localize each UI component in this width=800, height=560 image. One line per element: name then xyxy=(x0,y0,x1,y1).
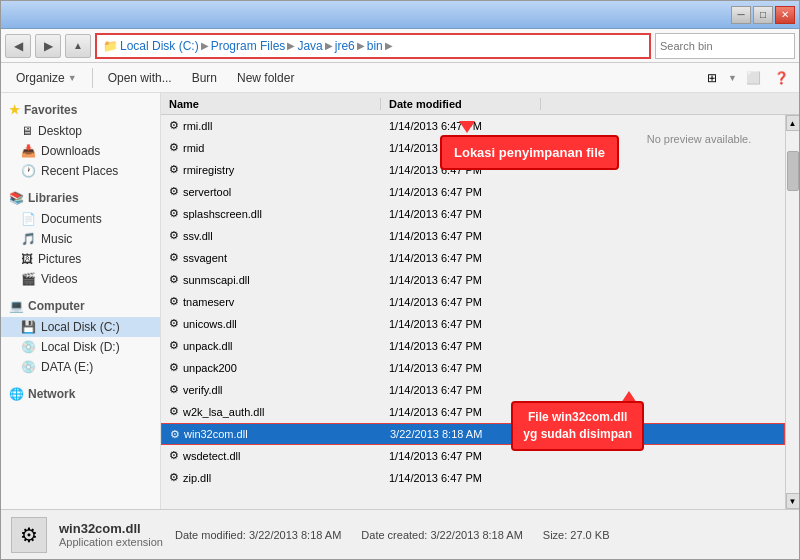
minimize-button[interactable]: ─ xyxy=(731,6,751,24)
burn-button[interactable]: Burn xyxy=(183,66,226,90)
table-row[interactable]: ⚙sunmscapi.dll1/14/2013 6:47 PM xyxy=(161,269,785,291)
pictures-icon: 🖼 xyxy=(21,252,33,266)
file-icon: ⚙ xyxy=(169,185,179,198)
breadcrumb-java[interactable]: Java xyxy=(297,39,322,53)
scrollbar-thumb[interactable] xyxy=(787,151,799,191)
table-row[interactable]: ⚙tnameserv1/14/2013 6:47 PM xyxy=(161,291,785,313)
table-row[interactable]: ⚙ssvagent1/14/2013 6:47 PM xyxy=(161,247,785,269)
sidebar-item-documents[interactable]: 📄 Documents xyxy=(1,209,160,229)
file-icon: ⚙ xyxy=(169,163,179,176)
file-name-text: rmiregistry xyxy=(183,164,234,176)
forward-button[interactable]: ▶ xyxy=(35,34,61,58)
file-name-text: unpack.dll xyxy=(183,340,233,352)
file-annotation: File win32com.dllyg sudah disimpan xyxy=(511,401,644,451)
organize-chevron: ▼ xyxy=(68,73,77,83)
new-folder-button[interactable]: New folder xyxy=(228,66,303,90)
view-options-button[interactable]: ⊞ xyxy=(700,67,724,89)
table-row[interactable]: ⚙unpack.dll1/14/2013 6:47 PM xyxy=(161,335,785,357)
file-name-cell: ⚙sunmscapi.dll xyxy=(161,273,381,286)
maximize-button[interactable]: □ xyxy=(753,6,773,24)
sidebar-item-recent[interactable]: 🕐 Recent Places xyxy=(1,161,160,181)
sidebar-item-videos[interactable]: 🎬 Videos xyxy=(1,269,160,289)
table-row[interactable]: ⚙ssv.dll1/14/2013 6:47 PM xyxy=(161,225,785,247)
status-filename: win32com.dll xyxy=(59,521,163,536)
breadcrumb-c[interactable]: Local Disk (C:) xyxy=(120,39,199,53)
file-name-text: splashscreen.dll xyxy=(183,208,262,220)
breadcrumb-jre6[interactable]: jre6 xyxy=(335,39,355,53)
breadcrumb-sep-4: ▶ xyxy=(357,40,365,51)
data-e-label: DATA (E:) xyxy=(41,360,93,374)
sidebar-item-downloads[interactable]: 📥 Downloads xyxy=(1,141,160,161)
music-label: Music xyxy=(41,232,72,246)
breadcrumb-sep-1: ▶ xyxy=(201,40,209,51)
col-date-header[interactable]: Date modified xyxy=(381,98,541,110)
table-row[interactable]: ⚙splashscreen.dll1/14/2013 6:47 PM xyxy=(161,203,785,225)
videos-label: Videos xyxy=(41,272,77,286)
table-row[interactable]: ⚙unpack2001/14/2013 6:47 PM xyxy=(161,357,785,379)
file-icon: ⚙ xyxy=(169,383,179,396)
file-icon: ⚙ xyxy=(169,339,179,352)
file-icon: ⚙ xyxy=(169,207,179,220)
status-icon-glyph: ⚙ xyxy=(20,523,38,547)
file-name-cell: ⚙splashscreen.dll xyxy=(161,207,381,220)
computer-section[interactable]: 💻 Computer xyxy=(1,295,160,317)
libraries-section[interactable]: 📚 Libraries xyxy=(1,187,160,209)
status-bar: ⚙ win32com.dll Application extension Dat… xyxy=(1,509,799,559)
file-name-cell: ⚙verify.dll xyxy=(161,383,381,396)
file-list: ⚙rmi.dll1/14/2013 6:47 PM⚙rmid1/14/2013 … xyxy=(161,115,785,509)
file-icon: ⚙ xyxy=(169,251,179,264)
sidebar-item-local-disk-d[interactable]: 💿 Local Disk (D:) xyxy=(1,337,160,357)
open-with-button[interactable]: Open with... xyxy=(99,66,181,90)
libraries-label: Libraries xyxy=(28,191,79,205)
vertical-scrollbar[interactable]: ▲ ▼ xyxy=(785,115,799,509)
sidebar-item-local-disk-c[interactable]: 💾 Local Disk (C:) xyxy=(1,317,160,337)
favorites-section[interactable]: ★ Favorites xyxy=(1,99,160,121)
sidebar-item-music[interactable]: 🎵 Music xyxy=(1,229,160,249)
sidebar-item-desktop[interactable]: 🖥 Desktop xyxy=(1,121,160,141)
date-modified-value: 3/22/2013 8:18 AM xyxy=(249,529,341,541)
status-file-icon: ⚙ xyxy=(11,517,47,553)
sidebar-item-pictures[interactable]: 🖼 Pictures xyxy=(1,249,160,269)
network-section[interactable]: 🌐 Network xyxy=(1,383,160,405)
address-breadcrumb[interactable]: 📁 Local Disk (C:) ▶ Program Files ▶ Java… xyxy=(95,33,651,59)
file-name-cell: ⚙wsdetect.dll xyxy=(161,449,381,462)
file-date-cell: 1/14/2013 6:47 PM xyxy=(381,362,541,374)
search-box[interactable]: 🔍 xyxy=(655,33,795,59)
breadcrumb-programfiles[interactable]: Program Files xyxy=(211,39,286,53)
sidebar-item-data-e[interactable]: 💿 DATA (E:) xyxy=(1,357,160,377)
organize-button[interactable]: Organize ▼ xyxy=(7,66,86,90)
file-date-cell: 1/14/2013 6:47 PM xyxy=(381,274,541,286)
search-input[interactable] xyxy=(660,40,798,52)
up-button[interactable]: ▲ xyxy=(65,34,91,58)
close-button[interactable]: ✕ xyxy=(775,6,795,24)
no-preview-text: No preview available. xyxy=(619,133,779,145)
status-info: win32com.dll Application extension xyxy=(59,521,163,548)
downloads-label: Downloads xyxy=(41,144,100,158)
status-details: Date modified: 3/22/2013 8:18 AM Date cr… xyxy=(175,529,610,541)
table-row[interactable]: ⚙servertool1/14/2013 6:47 PM xyxy=(161,181,785,203)
table-row[interactable]: ⚙wsdetect.dll1/14/2013 6:47 PM xyxy=(161,445,785,467)
table-row[interactable]: ⚙w2k_lsa_auth.dll1/14/2013 6:47 PM xyxy=(161,401,785,423)
file-name-text: ssvagent xyxy=(183,252,227,264)
col-name-header[interactable]: Name xyxy=(161,98,381,110)
title-bar: ─ □ ✕ xyxy=(1,1,799,29)
file-icon: ⚙ xyxy=(169,317,179,330)
table-row[interactable]: ⚙verify.dll1/14/2013 6:47 PM xyxy=(161,379,785,401)
status-size: Size: 27.0 KB xyxy=(543,529,610,541)
file-name-text: wsdetect.dll xyxy=(183,450,240,462)
documents-icon: 📄 xyxy=(21,212,36,226)
table-row[interactable]: ⚙win32com.dll3/22/2013 8:18 AM xyxy=(161,423,785,445)
preview-pane-button[interactable]: ⬜ xyxy=(741,67,765,89)
network-label: Network xyxy=(28,387,75,401)
file-name-cell: ⚙rmiregistry xyxy=(161,163,381,176)
table-row[interactable]: ⚙unicows.dll1/14/2013 6:47 PM xyxy=(161,313,785,335)
scrollbar-up-button[interactable]: ▲ xyxy=(786,115,800,131)
back-button[interactable]: ◀ xyxy=(5,34,31,58)
breadcrumb-bin[interactable]: bin xyxy=(367,39,383,53)
file-name-cell: ⚙w2k_lsa_auth.dll xyxy=(161,405,381,418)
help-button[interactable]: ❓ xyxy=(769,67,793,89)
file-name-text: win32com.dll xyxy=(184,428,248,440)
scrollbar-down-button[interactable]: ▼ xyxy=(786,493,800,509)
table-row[interactable]: ⚙zip.dll1/14/2013 6:47 PM xyxy=(161,467,785,489)
toolbar-separator-1 xyxy=(92,68,93,88)
